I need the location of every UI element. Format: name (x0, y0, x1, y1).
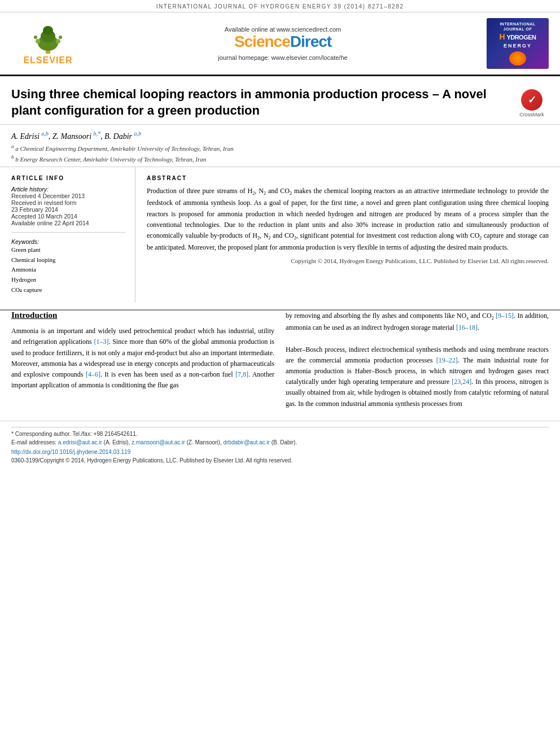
article-info-col: ARTICLE INFO Article history: Received 4… (11, 167, 135, 303)
keyword-4: Hydrogen (11, 275, 126, 285)
crossmark-icon[interactable]: ✓ (521, 89, 542, 111)
journal-cover: International Journal of H YDROGEN ENERG… (487, 18, 549, 69)
available-online-date: Available online 22 April 2014 (11, 220, 126, 226)
affiliation-a: a a Chemical Engineering Department, Ami… (11, 143, 549, 152)
footer: * Corresponding author. Tel./fax: +98 21… (0, 421, 560, 469)
header-center: Available online at www.sciencedirect.co… (85, 26, 481, 61)
elsevier-text: ELSEVIER (23, 55, 72, 65)
article-title: Using three chemical looping reactors in… (11, 86, 515, 119)
footer-corresponding: * Corresponding author. Tel./fax: +98 21… (11, 431, 549, 437)
info-divider (11, 232, 126, 233)
keyword-1: Green plant (11, 245, 126, 255)
crossmark-label: CrossMark (519, 112, 544, 117)
keywords-section: Keywords: Green plant Chemical looping A… (11, 238, 126, 295)
abstract-title: ABSTRACT (147, 175, 549, 181)
accepted-date: Accepted 10 March 2014 (11, 213, 126, 220)
svg-point-7 (59, 36, 62, 39)
sciencedirect-logo: ScienceDirect (96, 33, 470, 51)
header: ELSEVIER Available online at www.science… (0, 12, 560, 76)
email-1[interactable]: a.edrisi@aut.ac.ir (58, 439, 102, 445)
svg-point-4 (36, 39, 40, 43)
available-online-text: Available online at www.sciencedirect.co… (96, 26, 470, 33)
introduction-body: Introduction Ammonia is an important and… (0, 311, 560, 409)
article-history: Article history: Received 4 December 201… (11, 186, 126, 226)
crossmark[interactable]: ✓ CrossMark (515, 86, 549, 117)
abstract-col: ABSTRACT Production of three pure stream… (147, 167, 549, 303)
received-revised-label: Received in revised form (11, 199, 126, 206)
article-history-label: Article history: (11, 186, 126, 193)
keyword-3: Ammonia (11, 265, 126, 275)
intro-right-col: by removing and absorbing the fly ashes … (286, 311, 549, 409)
received-date: Received 4 December 2013 (11, 193, 126, 199)
cover-ydrogen: YDROGEN (506, 34, 536, 41)
elsevier-tree-svg (25, 21, 71, 55)
article-info-title: ARTICLE INFO (11, 175, 126, 181)
svg-point-3 (43, 26, 53, 35)
journal-homepage: journal homepage: www.elsevier.com/locat… (96, 54, 470, 61)
svg-point-6 (34, 36, 37, 39)
keywords-label: Keywords: (11, 238, 126, 245)
email-1-name: (A. Edrisi), (104, 439, 130, 445)
affiliation-b: b b Energy Research Center, Amirkabir Un… (11, 154, 549, 163)
elsevier-logo: ELSEVIER (11, 21, 85, 65)
footer-emails: E-mail addresses: a.edrisi@aut.ac.ir (A.… (11, 439, 549, 445)
svg-point-5 (56, 39, 60, 43)
intro-right-text: by removing and absorbing the fly ashes … (286, 311, 549, 409)
journal-top-bar: INTERNATIONAL JOURNAL OF HYDROGEN ENERGY… (0, 0, 560, 12)
footer-copyright: 0360-3199/Copyright © 2014, Hydrogen Ene… (11, 457, 549, 464)
keyword-2: Chemical looping (11, 255, 126, 265)
received-revised-date: 23 February 2014 (11, 206, 126, 213)
article-body: ARTICLE INFO Article history: Received 4… (0, 167, 560, 303)
article-title-section: Using three chemical looping reactors in… (0, 76, 560, 125)
email-2-name: (Z. Mansoori), (186, 439, 221, 445)
email-3-name: (B. Dabir). (272, 439, 298, 445)
header-right: International Journal of H YDROGEN ENERG… (481, 18, 549, 69)
authors-line: A. Edrisi a,b, Z. Mansoori b,*, B. Dabir… (11, 130, 549, 141)
keyword-5: CO₂ capture (11, 285, 126, 295)
authors-section: A. Edrisi a,b, Z. Mansoori b,*, B. Dabir… (0, 125, 560, 167)
email-2[interactable]: z.mansoori@aut.ac.ir (132, 439, 185, 445)
intro-heading: Introduction (11, 311, 274, 320)
abstract-text: Production of three pure streams of H2, … (147, 186, 549, 253)
article-title-text: Using three chemical looping reactors in… (11, 86, 515, 119)
email-3[interactable]: drbdabir@aut.ac.ir (223, 439, 269, 445)
intro-left-col: Introduction Ammonia is an important and… (11, 311, 274, 409)
abstract-copyright: Copyright © 2014, Hydrogen Energy Public… (147, 257, 549, 264)
cover-h: H (500, 32, 505, 41)
cover-title-line1: International Journal of (490, 21, 545, 32)
footer-doi[interactable]: http://dx.doi.org/10.1016/j.ijhydene.201… (11, 449, 549, 455)
intro-left-text: Ammonia is an important and widely used … (11, 326, 274, 391)
cover-energy: ENERGY (504, 43, 532, 50)
